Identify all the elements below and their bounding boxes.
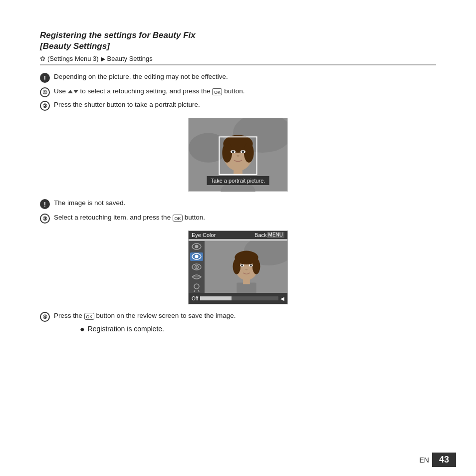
svg-point-32 (252, 259, 260, 274)
eye-icon-1 (190, 242, 203, 251)
svg-point-36 (250, 264, 252, 266)
ok-button-inline: OK (212, 88, 222, 95)
svg-point-7 (222, 143, 232, 163)
svg-point-22 (194, 284, 199, 289)
breadcrumb: ✿ (Settings Menu 3) ▶ Beauty Settings (40, 55, 436, 65)
settings-icon: ✿ (40, 55, 45, 62)
breadcrumb-arrow: ▶ (101, 55, 105, 62)
bullet-text: Registration is complete. (88, 325, 164, 333)
camera-sidebar (189, 241, 205, 293)
camera-ui: Eye Color Back MENU (188, 231, 288, 304)
step-1: ① Use to select a retouching setting, an… (40, 87, 436, 97)
ok-button-inline-2: OK (173, 215, 183, 222)
camera-menu-label: MENU (267, 232, 284, 238)
svg-point-11 (232, 151, 235, 153)
camera-back-label: Back (254, 232, 266, 238)
camera-ui-container: Eye Color Back MENU (40, 231, 436, 304)
page: Registering the settings for Beauty Fix … (0, 0, 476, 476)
svg-point-20 (196, 266, 198, 267)
bullet-item: ● Registration is complete. (80, 325, 436, 334)
step-3: ③ Select a retouching item, and press th… (40, 213, 436, 224)
step-text-2: Press the shutter button to take a portr… (54, 100, 200, 110)
step-4: ④ Press the OK button on the review scre… (40, 311, 436, 322)
bullet-dot: ● (80, 325, 85, 334)
portrait-image-container: Take a portrait picture. (40, 118, 436, 192)
breadcrumb-section: Beauty Settings (107, 55, 153, 62)
step-text-1: Use to select a retouching setting, and … (54, 87, 244, 96)
eye-icon-2 (190, 252, 203, 261)
svg-point-31 (233, 259, 241, 274)
eye-icon-3 (190, 262, 203, 271)
triangle-up-icon (68, 90, 73, 93)
portrait-caption: Take a portrait picture. (207, 176, 269, 185)
step-num-2: ② (40, 101, 50, 111)
ok-button-inline-3: OK (84, 313, 94, 320)
language-label: EN (420, 456, 429, 464)
camera-portrait (205, 241, 287, 293)
warning-text-2: The image is not saved. (54, 199, 125, 208)
slider-bar (200, 296, 278, 300)
camera-face-svg (205, 241, 287, 293)
warning-item-1: ! Depending on the picture, the editing … (40, 72, 436, 83)
title-line2: [Beauty Settings] (40, 41, 110, 51)
svg-point-8 (244, 143, 254, 163)
step-num-1: ① (40, 87, 50, 97)
svg-point-17 (195, 255, 199, 258)
page-number: 43 (432, 453, 456, 467)
step-text-4: Press the OK button on the review screen… (54, 311, 236, 321)
eye-icon-5 (190, 283, 203, 292)
slider-fill (200, 296, 232, 300)
step-num-3: ③ (40, 214, 50, 224)
portrait-photo: Take a portrait picture. (188, 118, 288, 192)
step-num-4: ④ (40, 312, 50, 322)
off-label: Off (192, 296, 198, 301)
camera-header-left: Eye Color (192, 232, 216, 238)
svg-point-2 (189, 133, 228, 163)
title-line1: Registering the settings for Beauty Fix (40, 30, 196, 40)
camera-footer: Off ◀ (189, 293, 287, 304)
svg-line-23 (194, 290, 195, 292)
svg-rect-27 (237, 283, 256, 293)
warning-icon-2: ! (40, 199, 50, 209)
slider-arrow-icon: ◀ (280, 296, 284, 301)
step-2: ② Press the shutter button to take a por… (40, 100, 436, 111)
svg-point-35 (241, 264, 243, 266)
camera-header-right: Back MENU (254, 232, 284, 238)
warning-text-1: Depending on the picture, the editing ma… (54, 72, 228, 82)
svg-point-15 (195, 244, 199, 248)
step-text-3: Select a retouching item, and press the … (54, 213, 205, 223)
warning-item-2: ! The image is not saved. (40, 199, 436, 209)
camera-header: Eye Color Back MENU (189, 231, 287, 239)
svg-point-12 (241, 151, 244, 153)
page-footer: EN 43 (420, 453, 456, 467)
triangle-down-icon (73, 90, 78, 93)
page-title: Registering the settings for Beauty Fix … (40, 30, 436, 52)
svg-line-24 (198, 290, 199, 292)
eye-icon-4 (190, 273, 203, 282)
warning-icon-1: ! (40, 73, 50, 83)
breadcrumb-menu: (Settings Menu 3) (47, 55, 99, 62)
